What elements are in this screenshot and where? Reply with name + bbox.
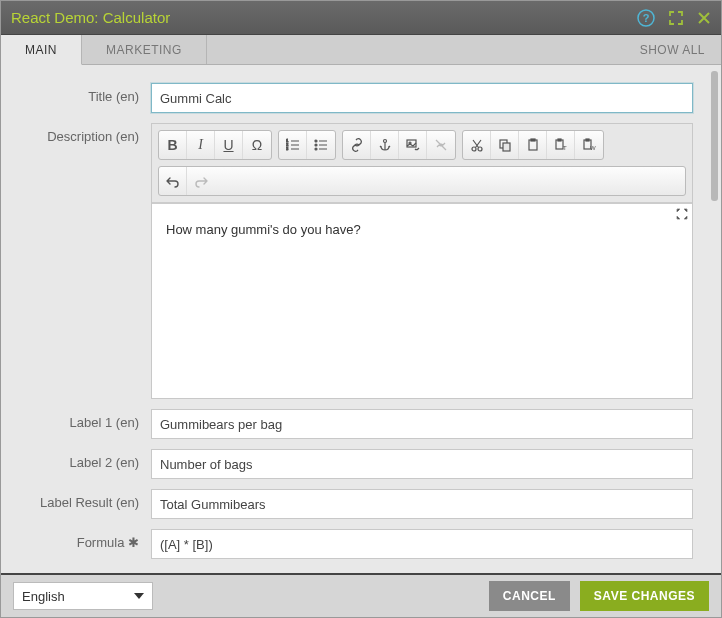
title-input[interactable] — [151, 83, 693, 113]
anchor-icon[interactable] — [371, 131, 399, 159]
help-icon[interactable]: ? — [637, 9, 655, 27]
row-label2: Label 2 (en) — [1, 449, 693, 479]
svg-text:T: T — [563, 145, 567, 151]
tab-main[interactable]: MAIN — [1, 35, 82, 65]
chevron-down-icon — [134, 593, 144, 599]
copy-icon[interactable] — [491, 131, 519, 159]
svg-rect-14 — [503, 143, 510, 151]
svg-point-6 — [315, 144, 317, 146]
paste-text-icon[interactable]: T — [547, 131, 575, 159]
label-formula: Formula ✱ — [1, 529, 151, 550]
label1-input[interactable] — [151, 409, 693, 439]
label-label1: Label 1 (en) — [1, 409, 151, 430]
resize-handle-icon[interactable] — [676, 208, 688, 220]
rte-group-clipboard: T W — [462, 130, 604, 160]
close-icon[interactable] — [697, 11, 711, 25]
label2-input[interactable] — [151, 449, 693, 479]
header-controls: ? — [637, 9, 711, 27]
label-label2: Label 2 (en) — [1, 449, 151, 470]
bold-icon[interactable]: B — [159, 131, 187, 159]
rte-group-list: 123 — [278, 130, 336, 160]
cut-icon[interactable] — [463, 131, 491, 159]
row-formula: Formula ✱ — [1, 529, 693, 559]
svg-point-11 — [472, 147, 476, 151]
svg-text:?: ? — [643, 12, 650, 24]
tab-bar: MAIN MARKETING SHOW ALL — [1, 35, 721, 65]
underline-icon[interactable]: U — [215, 131, 243, 159]
rte-group-link — [342, 130, 456, 160]
label-title: Title (en) — [1, 83, 151, 104]
language-select[interactable]: English — [13, 582, 153, 610]
row-title: Title (en) — [1, 83, 693, 113]
rte-content[interactable]: How many gummi's do you have? — [152, 203, 692, 398]
image-link-icon[interactable] — [399, 131, 427, 159]
row-description: Description (en) B I U Ω 123 — [1, 123, 693, 399]
svg-text:W: W — [590, 145, 596, 151]
label-description: Description (en) — [1, 123, 151, 144]
rte-toolbar: B I U Ω 123 — [152, 124, 692, 203]
redo-icon — [187, 167, 215, 195]
language-value: English — [22, 589, 65, 604]
special-char-icon[interactable]: Ω — [243, 131, 271, 159]
svg-point-8 — [383, 140, 386, 143]
labelresult-input[interactable] — [151, 489, 693, 519]
svg-point-7 — [315, 148, 317, 150]
label-labelresult: Label Result (en) — [1, 489, 151, 510]
undo-icon[interactable] — [159, 167, 187, 195]
svg-rect-21 — [586, 139, 589, 141]
scrollbar-thumb[interactable] — [711, 71, 718, 201]
svg-rect-18 — [558, 139, 561, 141]
svg-rect-16 — [531, 139, 535, 141]
svg-point-5 — [315, 140, 317, 142]
formula-input[interactable] — [151, 529, 693, 559]
italic-icon[interactable]: I — [187, 131, 215, 159]
rich-text-editor: B I U Ω 123 — [151, 123, 693, 399]
expand-icon[interactable] — [669, 11, 683, 25]
unlink-icon — [427, 131, 455, 159]
rte-text: How many gummi's do you have? — [166, 222, 678, 237]
dialog-title: React Demo: Calculator — [11, 9, 637, 26]
paste-word-icon[interactable]: W — [575, 131, 603, 159]
save-button[interactable]: SAVE CHANGES — [580, 581, 709, 611]
cancel-button[interactable]: CANCEL — [489, 581, 570, 611]
rte-group-undo — [158, 166, 686, 196]
row-label1: Label 1 (en) — [1, 409, 693, 439]
unordered-list-icon[interactable] — [307, 131, 335, 159]
ordered-list-icon[interactable]: 123 — [279, 131, 307, 159]
dialog-header: React Demo: Calculator ? — [1, 1, 721, 35]
tab-show-all[interactable]: SHOW ALL — [616, 35, 721, 64]
dialog-window: React Demo: Calculator ? MAIN MARKETING … — [0, 0, 722, 618]
rte-toolbar-row2 — [158, 166, 686, 196]
form-content: Title (en) Description (en) B I U Ω — [1, 65, 721, 573]
row-labelresult: Label Result (en) — [1, 489, 693, 519]
rte-group-format: B I U Ω — [158, 130, 272, 160]
svg-text:3: 3 — [286, 146, 289, 151]
svg-point-12 — [478, 147, 482, 151]
paste-icon[interactable] — [519, 131, 547, 159]
link-icon[interactable] — [343, 131, 371, 159]
dialog-footer: English CANCEL SAVE CHANGES — [1, 573, 721, 617]
tab-marketing[interactable]: MARKETING — [82, 35, 207, 64]
